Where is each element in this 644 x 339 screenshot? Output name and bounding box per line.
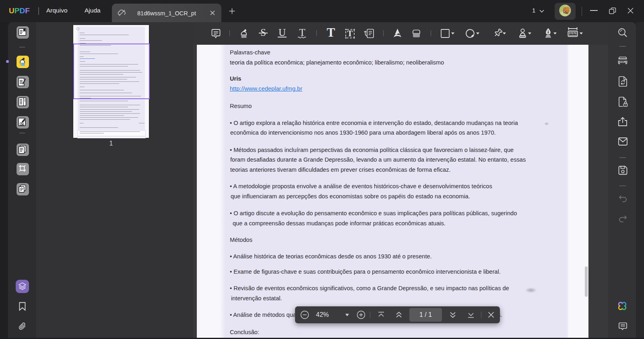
svg-text:OCR: OCR [620, 60, 626, 63]
